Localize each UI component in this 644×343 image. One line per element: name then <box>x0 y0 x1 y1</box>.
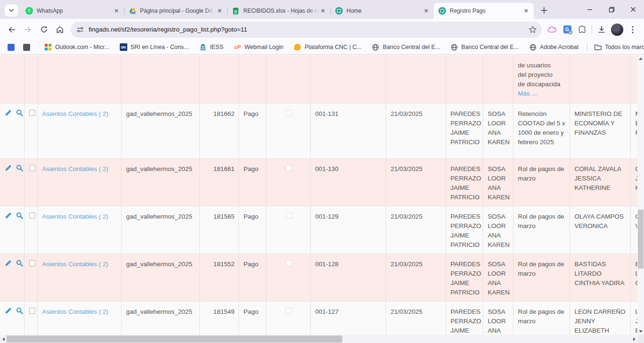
bookmark-star-icon[interactable] <box>528 25 537 34</box>
asientos-contables-link[interactable]: Asientos Contables ( 2) <box>42 110 108 117</box>
view-magnifier-icon[interactable] <box>16 260 23 270</box>
tab-registro-pago-active[interactable]: Registro Pago ✕ <box>434 3 534 19</box>
tab-close-icon[interactable]: ✕ <box>216 7 223 15</box>
download-icon <box>597 25 606 34</box>
close-window-button[interactable] <box>622 0 644 19</box>
tab-close-icon[interactable]: ✕ <box>422 7 430 15</box>
row-checkbox[interactable] <box>29 212 35 219</box>
row-checkbox[interactable] <box>29 260 35 266</box>
view-magnifier-icon[interactable] <box>16 307 23 317</box>
extensions-puzzle-icon[interactable] <box>575 22 590 37</box>
bookmark-bce-2[interactable]: Banco Central del E... <box>448 42 522 52</box>
beneficiario-cell: CORAL ZAVALA JESSICA KATHERINE <box>570 159 630 206</box>
bookmark-cnc[interactable]: Plataforma CNC | C... <box>291 42 364 52</box>
restore-button[interactable] <box>601 0 622 19</box>
bookmark-sri[interactable]: SRI SRI en Línea - Cons... <box>117 42 192 52</box>
comprobante-cell: 001-128 <box>310 254 386 302</box>
horizontal-scroll-thumb[interactable] <box>7 335 342 343</box>
bookmark-label: IESS <box>210 44 223 50</box>
edit-pencil-icon[interactable] <box>5 212 12 222</box>
bookmark-adobe[interactable]: Adobe Acrobat <box>526 42 581 52</box>
bookmark-app-gray[interactable] <box>21 42 32 52</box>
view-magnifier-icon[interactable] <box>16 109 23 119</box>
back-button[interactable] <box>4 22 20 38</box>
detail-cell: de usuarios del proyecto de discapacida … <box>513 55 570 104</box>
view-magnifier-icon[interactable] <box>16 212 23 222</box>
vertical-scroll-thumb[interactable] <box>638 210 644 269</box>
url-text[interactable]: fingads.net/sf2/tesoreria/registro_pago_… <box>89 26 528 33</box>
edit-pencil-icon[interactable] <box>5 307 12 317</box>
all-bookmarks-button[interactable]: Todos los marcadores <box>591 42 644 52</box>
tab-google-drive[interactable]: Página principal - Google Dri ✕ <box>124 3 227 19</box>
bookmark-bce-1[interactable]: Banco Central del E... <box>369 42 443 52</box>
sri-icon: SRI <box>120 43 127 51</box>
scroll-down-button[interactable] <box>637 328 644 335</box>
bookmark-webmail[interactable]: cP Webmail Login <box>231 42 286 52</box>
new-tab-button[interactable] <box>537 4 551 17</box>
tab-label: RECIBIDOS.xlsx - Hojas de cá <box>243 8 319 14</box>
bookmark-label: Todos los marcadores <box>605 44 644 50</box>
detail-cell: Rol de pagos de marzo <box>513 302 570 335</box>
triangle-down-icon <box>639 330 643 333</box>
plus-icon <box>541 7 547 14</box>
bookmark-outlook[interactable]: Outlook.com - Micr... <box>41 42 112 52</box>
bookmark-app-blue[interactable] <box>6 42 17 52</box>
google-sheets-icon <box>232 7 239 15</box>
edit-pencil-icon[interactable] <box>5 109 12 119</box>
asientos-contables-link[interactable]: Asientos Contables ( 2) <box>42 213 108 220</box>
date-cell: 21/03/2025 <box>386 302 446 335</box>
beneficiario-cell-clipped: OLAYA CAMPOS VERONICA <box>630 206 637 254</box>
comprobante-cell: 001-129 <box>310 206 386 254</box>
tab-sheets[interactable]: RECIBIDOS.xlsx - Hojas de cá ✕ <box>227 3 330 19</box>
address-bar[interactable]: fingads.net/sf2/tesoreria/registro_pago_… <box>71 22 542 38</box>
fingads-logo-icon <box>335 7 343 15</box>
home-button[interactable] <box>52 22 68 38</box>
minimize-button[interactable] <box>579 0 601 19</box>
translate-icon[interactable]: Ga <box>560 22 575 37</box>
row-checkbox[interactable] <box>29 110 35 116</box>
scroll-left-button[interactable] <box>0 335 7 343</box>
payment-records-table: de usuarios del proyecto de discapacida … <box>0 55 637 335</box>
elaborado-cell: PAREDES PERRAZO JAIME PATRICIO <box>446 104 483 159</box>
bookmark-iess[interactable]: IESS <box>196 42 226 52</box>
scroll-up-button[interactable] <box>637 55 644 62</box>
tab-close-icon[interactable]: ✕ <box>522 7 530 15</box>
cpanel-icon: cP <box>234 44 240 50</box>
cnc-icon <box>294 44 301 50</box>
more-link[interactable]: Más ... <box>518 90 537 97</box>
tab-whatsapp[interactable]: ✆ WhatsApp ✕ <box>21 3 124 19</box>
vertical-scrollbar[interactable] <box>637 55 644 335</box>
forward-button[interactable] <box>20 22 36 38</box>
company-cell: gad_vallehermos_2025 <box>121 104 199 159</box>
disabled-checkbox <box>286 110 292 116</box>
tab-label: Página principal - Google Dri <box>140 8 216 14</box>
row-checkbox[interactable] <box>29 308 35 314</box>
asientos-contables-link[interactable]: Asientos Contables ( 2) <box>42 261 108 268</box>
beneficiario-cell: LEON CARREÑO JENNY ELIZABETH <box>570 302 630 335</box>
asientos-contables-link[interactable]: Asientos Contables ( 2) <box>42 308 108 315</box>
reload-button[interactable] <box>36 22 52 38</box>
tab-close-icon[interactable]: ✕ <box>319 7 327 15</box>
three-dots-icon <box>632 26 634 33</box>
scroll-right-button[interactable] <box>631 335 637 343</box>
site-info-icon[interactable] <box>76 26 84 33</box>
tab-label: Registro Pago <box>450 8 522 14</box>
downloads-button[interactable] <box>594 22 609 37</box>
tab-close-icon[interactable]: ✕ <box>113 7 120 15</box>
edit-pencil-icon[interactable] <box>5 260 12 270</box>
tab-label: WhatsApp <box>37 8 113 14</box>
tab-home[interactable]: Home ✕ <box>330 3 434 19</box>
asientos-contables-link[interactable]: Asientos Contables ( 2) <box>42 165 108 172</box>
row-checkbox[interactable] <box>29 165 35 171</box>
horizontal-scrollbar[interactable] <box>0 335 637 343</box>
tab-search-button[interactable] <box>5 4 18 16</box>
detail-cell: Retención COOTAD del 5 x 1000 de enero y… <box>513 104 570 159</box>
profile-avatar[interactable] <box>611 24 623 36</box>
extension-cloud-icon[interactable] <box>545 22 560 37</box>
revisado-cell: SOSA LOOR ANA KAREN <box>483 159 513 206</box>
beneficiario-cell: BASTIDAS LITARDO CINTHIA YADIRA <box>570 254 630 302</box>
edit-pencil-icon[interactable] <box>5 164 12 174</box>
browser-menu-button[interactable] <box>625 22 640 37</box>
record-number-cell: 181565 <box>199 206 239 254</box>
view-magnifier-icon[interactable] <box>16 164 23 174</box>
